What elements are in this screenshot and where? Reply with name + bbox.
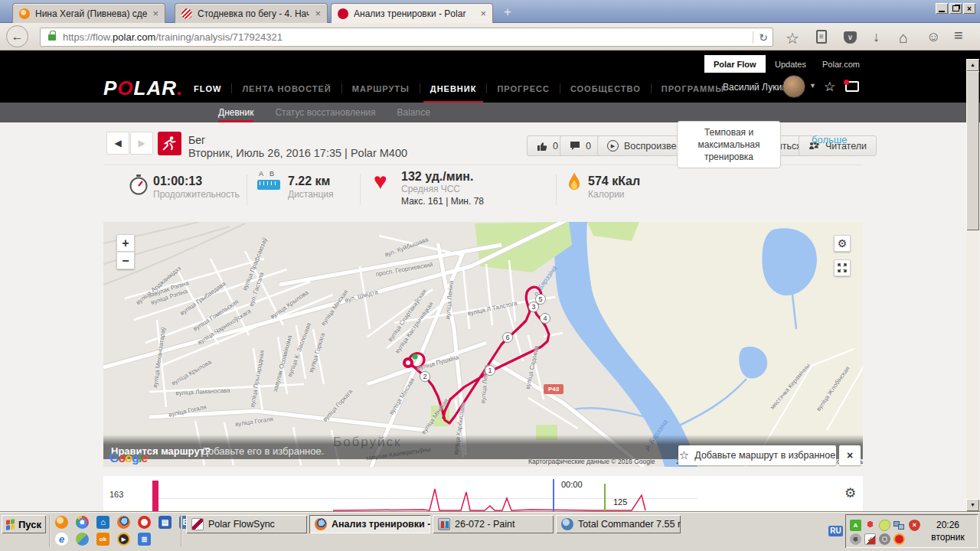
nav-community[interactable]: СООБЩЕСТВО [560,84,651,93]
nav-feed[interactable]: ЛЕНТА НОВОСТЕЙ [232,84,341,93]
google-logo[interactable]: Google [109,452,147,465]
training-chart[interactable]: 163 00:00 125 ⚙ [103,476,863,511]
menu-icon[interactable]: ≡ [954,27,963,44]
nav-programs[interactable]: ПРОГРАММЫ [652,84,734,93]
quick-launch-docs-icon[interactable]: ≣ [138,533,151,546]
pocket-icon[interactable]: ∨ [844,31,857,44]
tray-sync-icon[interactable]: ✓ [864,533,876,545]
quick-launch-opera-icon[interactable] [138,516,151,529]
subnav-recovery[interactable]: Статус восстановления [275,103,375,122]
comment-button[interactable]: 0 [560,135,601,156]
tray-target-icon[interactable] [893,533,905,545]
quick-launch-chrome-icon[interactable] [76,516,89,529]
route-map[interactable]: вуліца Арджанікідзэ завулак Рэпіна вуліц… [103,222,863,467]
map-settings-gear-icon[interactable]: ⚙ [834,235,851,252]
nav-diary[interactable]: ДНЕВНИК [420,84,487,93]
hr-label: Средняя ЧСС [401,184,460,194]
nav-flow[interactable]: FLOW [184,84,231,93]
nav-routes[interactable]: МАРШРУТЫ [342,84,420,93]
task-total-commander[interactable]: Total Commander 7.55 r... [556,515,681,533]
quick-launch-ie-icon[interactable]: e [55,533,68,546]
start-button[interactable]: Пуск [2,515,46,533]
favorites-star-icon[interactable]: ☆ [824,79,835,95]
map-canvas [103,222,863,467]
hr-minmax: Макс. 161 | Мин. 78 [401,196,484,207]
route-direction-dot [413,354,418,360]
chevron-down-icon[interactable]: ▼ [809,82,816,90]
browser-tab-2[interactable]: Стодневка по бегу - 4. Нач... × [175,3,328,23]
chart-cursor-line[interactable] [553,479,554,511]
browser-tab-active[interactable]: Анализ тренировки - Polar F... × [331,3,493,23]
task-polar-flowsync[interactable]: Polar FlowSync [186,515,307,533]
new-tab-button[interactable]: + [504,5,511,20]
scrollbar-thumb[interactable] [966,71,979,230]
total-commander-icon [561,518,573,530]
tray-webcam-icon[interactable] [850,533,861,545]
more-link[interactable]: больше [812,134,847,145]
quick-launch-save-icon[interactable]: ▤ [158,516,172,529]
task-firefox-active[interactable]: Анализ тренировки - ... [309,515,430,533]
polar-logo[interactable]: POLAR. [103,77,183,100]
prev-session-button[interactable]: ◀ [106,132,129,155]
tab-close-icon[interactable]: × [480,8,486,19]
back-button[interactable]: ← [6,25,28,47]
minimize-button[interactable] [936,3,948,14]
chart-right-value: 125 [613,497,627,507]
polar-flow-link[interactable]: Polar Flow [704,55,766,73]
zoom-out-button[interactable]: − [116,252,135,269]
bookmarks-panel-icon[interactable]: ≡ [816,30,827,44]
fullscreen-icon[interactable] [834,259,851,276]
tab-close-icon[interactable]: × [315,8,321,19]
sub-nav: Дневник Статус восстановления Balance [0,103,980,122]
zoom-in-button[interactable]: + [116,234,135,252]
notifications-icon[interactable] [845,81,859,92]
quick-launch-odnoklassniki-icon[interactable]: ok [96,533,109,546]
polar-com-link[interactable]: Polar.com [813,55,869,73]
tray-messenger-icon[interactable] [879,520,890,531]
task-paint[interactable]: 26-072 - Paint [433,515,554,533]
chat-icon[interactable]: ☺ [926,29,940,45]
tray-audio-icon[interactable] [879,533,890,545]
language-indicator[interactable]: RU [828,526,843,536]
close-button[interactable]: × [963,3,975,14]
scroll-up-button[interactable]: ▲ [966,59,979,71]
distance-label: Дистанция [288,189,334,200]
tray-network-icon[interactable] [893,520,905,531]
chart-settings-gear-icon[interactable]: ⚙ [844,485,856,501]
clock-day: вторник [924,531,972,543]
quick-launch-maps-icon[interactable] [76,533,89,546]
restore-button[interactable] [949,3,962,14]
map-attribution: Картографические данные © 2016 Google [528,458,655,465]
quick-launch-amigo-icon[interactable] [55,516,68,529]
quick-launch-home-icon[interactable]: ⌂ [96,516,109,529]
next-session-button[interactable]: ▶ [130,132,153,155]
calories-value: 574 кКал [588,174,640,188]
url-field[interactable]: https://flow.polar.com/training/analysis… [40,28,773,47]
divider [247,174,247,205]
scroll-down-button[interactable]: ▼ [966,499,979,511]
tray-security-alert-icon[interactable]: × [909,520,920,531]
avatar[interactable] [782,75,805,98]
ruler-ab-label: АВ [259,170,280,178]
subnav-balance[interactable]: Balance [397,103,430,122]
close-like-bar-button[interactable]: × [839,445,861,465]
updates-link[interactable]: Updates [766,55,815,73]
bookmark-star-icon[interactable]: ☆ [786,29,799,47]
user-name[interactable]: Василий Лукин [723,82,787,93]
quick-launch-firefox-icon[interactable] [117,516,130,529]
play-icon: ▶ [607,140,619,152]
tray-antivirus-icon[interactable]: A [850,520,861,531]
quick-launch-player-icon[interactable]: ▶ [117,533,130,546]
page-scrollbar[interactable]: ▲ ▼ [966,59,979,511]
home-icon[interactable]: ⌂ [899,29,908,47]
browser-tab-1[interactable]: Нина Хегай (Пивнева) сдел... × [12,3,165,23]
url-scheme: https://flow. [63,31,113,43]
subnav-diary[interactable]: Дневник [218,103,253,122]
reload-icon[interactable]: ↻ [753,31,768,44]
add-route-favorite-button[interactable]: ☆ Добавьте маршрут в избранное [678,445,836,465]
tab-close-icon[interactable]: × [152,8,158,19]
tray-punto-icon[interactable] [864,520,876,531]
hr-curve [103,476,863,511]
nav-progress[interactable]: ПРОГРЕСС [487,84,559,93]
downloads-icon[interactable]: ↓ [873,29,880,45]
